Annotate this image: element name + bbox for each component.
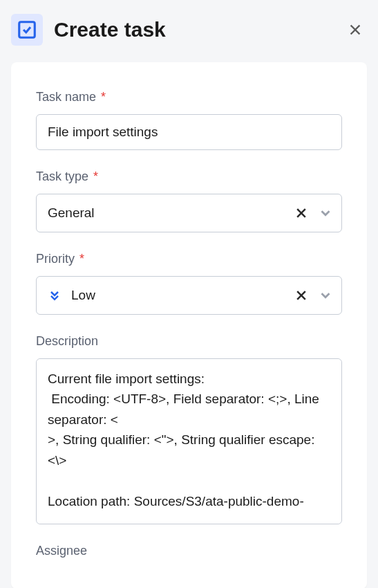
create-task-dialog: Create task Task name * Task type * Gene… [0,0,378,588]
priority-group: Priority * Low [36,252,342,315]
assignee-group: Assignee [36,544,342,558]
priority-label: Priority * [36,252,342,266]
dialog-header: Create task [11,14,367,46]
priority-clear-button[interactable] [294,288,308,302]
task-type-dropdown-button[interactable] [318,205,333,221]
priority-value: Low [71,288,95,303]
clear-icon [294,206,308,220]
required-mark: * [101,90,106,104]
task-name-input[interactable] [36,114,342,150]
priority-dropdown-button[interactable] [318,288,333,303]
description-textarea[interactable] [37,359,341,524]
priority-select[interactable]: Low [36,276,342,315]
task-name-group: Task name * [36,90,342,150]
task-checkbox-icon [11,14,43,46]
description-label: Description [36,334,342,349]
assignee-label: Assignee [36,544,342,558]
task-type-label: Task type * [36,169,342,184]
task-type-value: General [48,205,294,221]
required-mark: * [93,169,98,183]
priority-low-icon [48,288,62,302]
close-button[interactable] [343,18,367,42]
task-name-label: Task name * [36,90,342,104]
clear-icon [294,288,308,302]
description-container [36,358,342,524]
close-icon [348,22,363,37]
task-type-clear-button[interactable] [294,206,308,220]
required-mark: * [79,252,84,266]
chevron-down-icon [318,288,333,303]
dialog-title: Create task [54,18,332,42]
task-type-select[interactable]: General [36,194,342,232]
form-card: Task name * Task type * General [11,62,367,588]
description-group: Description [36,334,342,524]
task-type-group: Task type * General [36,169,342,232]
chevron-down-icon [318,205,333,221]
